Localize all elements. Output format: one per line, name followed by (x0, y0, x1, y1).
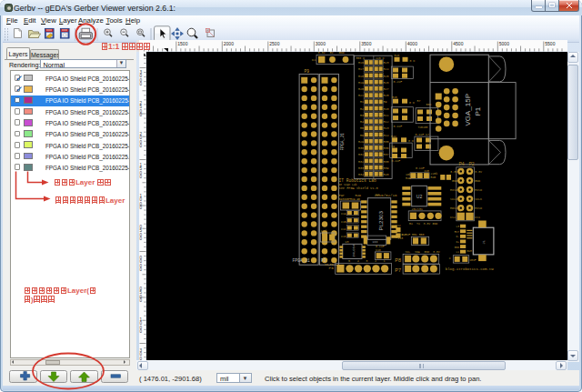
svg-text:U2: U2 (416, 194, 422, 199)
svg-text:See FPGA Shield V1.0: See FPGA Shield V1.0 (338, 186, 377, 190)
svg-text:R29: R29 (357, 139, 363, 143)
svg-text:XII: XII (372, 239, 377, 243)
svg-text:SCLK: SCLK (475, 197, 482, 201)
svg-text:MISO: MISO (475, 206, 482, 210)
svg-text:3.3V: 3.3V (475, 170, 482, 174)
svg-text:R49: R49 (355, 194, 360, 197)
svg-text:L3: L3 (456, 226, 459, 228)
svg-text:P6: P6 (328, 266, 334, 270)
svg-text:MISO: MISO (475, 188, 482, 192)
svg-text:R34: R34 (357, 173, 363, 176)
svg-text:GND: GND (432, 222, 437, 226)
svg-text:0: 0 (139, 113, 142, 117)
svg-text:R6: R6 (359, 133, 363, 136)
svg-text:R21: R21 (357, 94, 363, 97)
svg-text:0: 0 (139, 267, 142, 272)
svg-text:0: 0 (139, 175, 142, 179)
svg-text:R28: R28 (394, 53, 399, 56)
svg-text:TX: TX (416, 222, 420, 226)
svg-text:U3: U3 (345, 240, 348, 244)
svg-text:D+: D+ (456, 240, 459, 243)
svg-text:BUM: BUM (467, 250, 471, 253)
svg-text:R50 Ω: R50 Ω (356, 56, 364, 60)
svg-text:R51 R50: R51 R50 (412, 233, 424, 236)
svg-text:R11: R11 (383, 113, 388, 116)
svg-text:0: 0 (139, 144, 142, 148)
svg-text:P2: P2 (468, 160, 474, 166)
svg-text:R36: R36 (383, 146, 388, 150)
svg-text:SDA: SDA (415, 250, 420, 254)
svg-text:D-: D- (456, 236, 459, 238)
svg-text:P1: P1 (474, 106, 482, 116)
svg-text:IT Robotics Lab: IT Robotics Lab (338, 177, 376, 182)
svg-text:FPGA_J1: FPGA_J1 (340, 132, 345, 150)
svg-text:R17: R17 (357, 67, 363, 71)
svg-text:R4A: R4A (406, 176, 411, 179)
svg-text:5V: 5V (329, 52, 334, 55)
svg-text:FPGA_J1: FPGA_J1 (292, 258, 310, 263)
svg-text:3.3V: 3.3V (433, 250, 440, 254)
svg-text:R33: R33 (357, 166, 363, 169)
svg-text:0 Ω: 0 Ω (409, 58, 415, 62)
svg-text:R24: R24 (383, 67, 388, 71)
svg-text:K1: K1 (312, 57, 316, 61)
svg-text:C18: C18 (376, 248, 381, 252)
svg-text:5: 5 (348, 259, 350, 263)
svg-text:0: 0 (139, 236, 142, 241)
svg-text:0 Ω: 0 Ω (408, 139, 414, 143)
svg-text:CS1: CS1 (475, 215, 480, 218)
svg-text:GND: GND (454, 246, 458, 248)
svg-text:GND: GND (452, 179, 457, 183)
svg-text:3000: 3000 (316, 41, 326, 46)
svg-text:R37: R37 (383, 153, 388, 156)
svg-text:SCLK: SCLK (450, 197, 457, 201)
svg-text:C16: C16 (341, 236, 346, 238)
svg-text:P7: P7 (395, 266, 401, 272)
svg-text:0.1uF: 0.1uF (416, 166, 425, 169)
svg-text:TXB108: TXB108 (417, 126, 427, 129)
svg-text:R9: R9 (383, 100, 386, 104)
svg-text:R25: R25 (383, 74, 388, 77)
svg-text:C12: C12 (396, 223, 401, 226)
svg-text:RX: RX (409, 222, 413, 226)
svg-text:R16: R16 (357, 61, 363, 65)
svg-text:GND: GND (424, 250, 429, 254)
svg-text:0: 0 (139, 206, 142, 210)
svg-text:R30: R30 (357, 146, 363, 150)
svg-text:R31: R31 (357, 153, 363, 156)
svg-text:C: C (448, 256, 450, 259)
svg-text:4500: 4500 (453, 41, 463, 46)
svg-text:GND: GND (475, 179, 480, 183)
svg-text:220k: 220k (320, 228, 326, 232)
svg-text:R5: R5 (359, 126, 363, 130)
svg-text:R27: R27 (383, 87, 388, 91)
svg-text:R28: R28 (383, 94, 388, 97)
svg-text:R14: R14 (383, 133, 388, 136)
svg-text:blog.itrobotics.com.tw: blog.itrobotics.com.tw (445, 266, 493, 270)
svg-text:MISO: MISO (450, 188, 457, 192)
svg-text:R39: R39 (383, 166, 388, 169)
svg-text:R12: R12 (383, 120, 388, 124)
svg-text:R26: R26 (383, 80, 388, 84)
svg-text:0.2uF: 0.2uF (393, 80, 402, 84)
svg-text:0.1uF C7: 0.1uF C7 (415, 132, 428, 136)
svg-text:24LC04: 24LC04 (352, 244, 356, 256)
svg-text:CS2: CS2 (450, 215, 456, 218)
svg-text:L1: L1 (456, 251, 459, 254)
svg-text:SCL: SCL (405, 250, 410, 254)
svg-text:0.1uF: 0.1uF (393, 124, 402, 127)
svg-text:GND: GND (338, 52, 344, 55)
svg-text:5500: 5500 (545, 41, 555, 46)
svg-text:U1: U1 (375, 192, 380, 196)
svg-text:R1: R1 (359, 100, 363, 104)
svg-text:P9: P9 (304, 69, 309, 74)
svg-text:Pwr: Pwr (338, 194, 344, 197)
svg-text:R2: R2 (359, 106, 363, 110)
svg-text:0 Ω: 0 Ω (409, 100, 415, 104)
svg-text:R18: R18 (357, 74, 363, 77)
svg-text:De sign Lab: De sign Lab (338, 182, 356, 186)
svg-text:26LS31: 26LS31 (411, 207, 422, 211)
svg-text:R44: R44 (391, 134, 396, 137)
svg-text:R3: R3 (359, 113, 363, 116)
svg-text:0: 0 (139, 298, 142, 303)
